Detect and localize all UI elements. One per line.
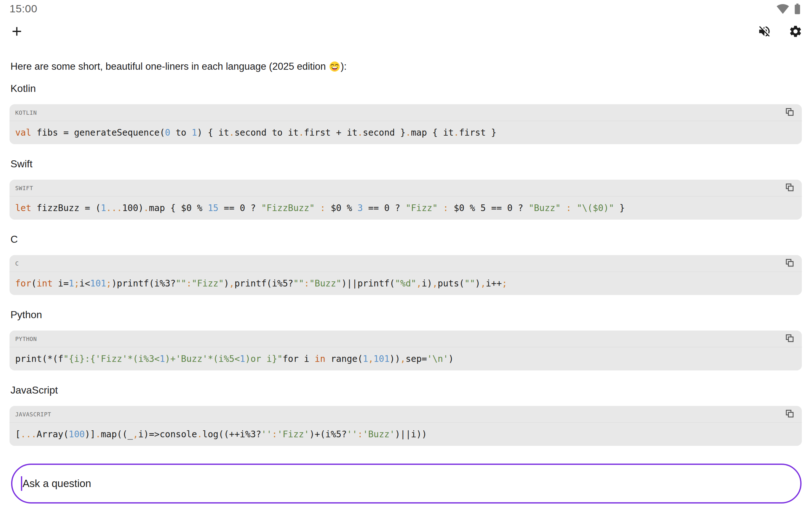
language-heading: JavaScript <box>10 384 803 396</box>
volume-off-icon <box>757 24 771 39</box>
language-section: Python PYTHON print(*(f"{i}:{'Fizz'*(i%3… <box>0 308 812 371</box>
code-body: val fibs = generateSequence(0 to 1) { it… <box>9 121 802 144</box>
plus-icon <box>9 24 24 40</box>
code-text: [...Array(100)].map((_,i)=>console.log((… <box>9 429 427 440</box>
code-language-label: SWIFT <box>9 185 33 191</box>
status-time: 15:00 <box>9 2 38 15</box>
gear-icon <box>789 24 803 39</box>
copy-icon <box>784 340 795 344</box>
copy-code-button[interactable] <box>784 182 795 193</box>
code-block: JAVASCRIPT [...Array(100)].map((_,i)=>co… <box>9 406 802 446</box>
language-heading: C <box>10 233 803 245</box>
code-block: PYTHON print(*(f"{i}:{'Fizz'*(i%3<1)+'Bu… <box>9 331 802 371</box>
language-heading: Swift <box>10 158 803 170</box>
code-text: val fibs = generateSequence(0 to 1) { it… <box>9 127 496 138</box>
code-language-label: PYTHON <box>9 336 37 342</box>
code-language-label: C <box>9 260 19 267</box>
text-cursor <box>21 476 22 491</box>
copy-icon <box>784 113 795 118</box>
chat-area: Here are some short, beautiful one-liner… <box>0 60 812 446</box>
copy-icon <box>784 189 795 193</box>
question-input[interactable]: Ask a question <box>11 464 802 504</box>
code-body: let fizzBuzz = (1...100).map { $0 % 15 =… <box>9 196 802 220</box>
code-block: C for(int i=1;i<101;)printf(i%3?"":"Fizz… <box>9 255 802 295</box>
code-body: [...Array(100)].map((_,i)=>console.log((… <box>9 423 802 446</box>
code-block: SWIFT let fizzBuzz = (1...100).map { $0 … <box>9 180 802 220</box>
app-screen: 15:00 <box>0 0 812 507</box>
code-language-label: JAVASCRIPT <box>9 411 51 418</box>
intro-text-after: ): <box>341 61 347 72</box>
intro-text-before: Here are some short, beautiful one-liner… <box>10 61 328 72</box>
question-input-placeholder: Ask a question <box>22 477 91 490</box>
toolbar <box>0 21 812 42</box>
new-chat-button[interactable] <box>9 24 24 40</box>
code-block-header: C <box>9 255 802 272</box>
code-block-header: SWIFT <box>9 180 802 196</box>
code-body: print(*(f"{i}:{'Fizz'*(i%3<1)+'Buzz'*(i%… <box>9 347 802 371</box>
copy-code-button[interactable] <box>784 333 795 344</box>
code-block-header: KOTLIN <box>9 104 802 121</box>
code-sections: Kotlin KOTLIN val fibs = generateSequenc… <box>0 82 812 446</box>
copy-code-button[interactable] <box>784 409 795 419</box>
mute-button[interactable] <box>757 24 771 39</box>
assistant-message-intro: Here are some short, beautiful one-liner… <box>10 60 803 75</box>
code-text: for(int i=1;i<101;)printf(i%3?"":"Fizz")… <box>9 278 507 289</box>
language-heading: Kotlin <box>10 82 803 95</box>
language-heading: Python <box>10 308 803 321</box>
code-body: for(int i=1;i<101;)printf(i%3?"":"Fizz")… <box>9 272 802 295</box>
language-section: C C for(int i=1;i<101;)printf(i%3?"":"Fi… <box>0 233 812 295</box>
composer: Ask a question <box>11 464 802 504</box>
grinning-face-emoji <box>329 61 340 75</box>
wifi-icon <box>776 3 789 16</box>
battery-icon <box>791 3 804 16</box>
settings-button[interactable] <box>789 24 803 39</box>
language-section: JavaScript JAVASCRIPT [...Array(100)].ma… <box>0 384 812 446</box>
copy-code-button[interactable] <box>784 258 795 269</box>
language-section: Kotlin KOTLIN val fibs = generateSequenc… <box>0 82 812 144</box>
copy-icon <box>784 264 795 269</box>
copy-code-button[interactable] <box>784 107 795 118</box>
code-block-header: PYTHON <box>9 331 802 347</box>
status-icons <box>776 3 804 16</box>
code-text: print(*(f"{i}:{'Fizz'*(i%3<1)+'Buzz'*(i%… <box>9 354 454 364</box>
code-text: let fizzBuzz = (1...100).map { $0 % 15 =… <box>9 203 625 213</box>
code-language-label: KOTLIN <box>9 109 37 116</box>
status-bar: 15:00 <box>0 0 812 17</box>
code-block: KOTLIN val fibs = generateSequence(0 to … <box>9 104 802 144</box>
code-block-header: JAVASCRIPT <box>9 406 802 422</box>
copy-icon <box>784 415 795 420</box>
language-section: Swift SWIFT let fizzBuzz = (1...100).map… <box>0 158 812 220</box>
